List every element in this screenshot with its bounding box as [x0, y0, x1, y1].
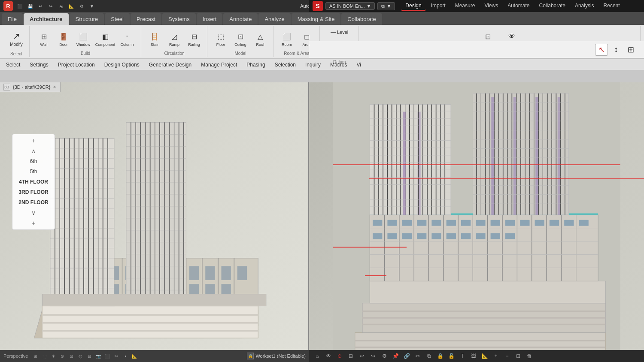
- floor-chevron-down[interactable]: ∨: [29, 208, 38, 217]
- quick-access-undo[interactable]: ↩: [36, 2, 45, 10]
- window-btn[interactable]: ⬜ Window: [75, 28, 92, 50]
- floor-4th[interactable]: 4TH FLOOR: [14, 177, 53, 187]
- modify-btn[interactable]: ↗ Modify: [7, 28, 26, 50]
- status-measure2-icon[interactable]: 📐: [131, 352, 138, 360]
- floor-5th[interactable]: 5th: [14, 167, 53, 176]
- floor-plus-top[interactable]: +: [29, 136, 38, 145]
- wall-btn[interactable]: ⊞ Wall: [35, 28, 52, 50]
- tab-insert[interactable]: Insert: [197, 13, 223, 25]
- rs-text[interactable]: T: [458, 351, 467, 361]
- floor-3rd[interactable]: 3RD FLOOR: [14, 187, 53, 197]
- select-arrow-btn[interactable]: ↖: [595, 44, 608, 56]
- submenu-settings[interactable]: Settings: [25, 60, 52, 69]
- bom-dropdown[interactable]: AS IN BOM En... ▼: [325, 2, 375, 10]
- rs-image[interactable]: 🖼: [469, 351, 478, 361]
- component-btn[interactable]: ◧ Component: [94, 28, 116, 50]
- rs-cut[interactable]: ✂: [413, 351, 422, 361]
- submenu-selection[interactable]: Selection: [270, 60, 300, 69]
- rs-measure3[interactable]: 📐: [480, 351, 489, 361]
- status-nav2-icon[interactable]: ⊡: [67, 352, 75, 360]
- ramp-btn[interactable]: ◿ Ramp: [166, 28, 183, 50]
- floor-6th[interactable]: 6th: [14, 157, 53, 166]
- status-nav1-icon[interactable]: ⊙: [58, 352, 66, 360]
- rs-zoomin[interactable]: +: [491, 351, 501, 361]
- quick-access-print[interactable]: 🖨: [57, 2, 65, 10]
- rs-share[interactable]: ⊟: [346, 351, 355, 361]
- tab-annotate[interactable]: Annotate: [223, 13, 258, 25]
- tab-steel[interactable]: Steel: [105, 13, 130, 25]
- roof-btn[interactable]: △ Roof: [252, 28, 269, 50]
- quick-access-new[interactable]: ⬛: [15, 2, 24, 10]
- tab-systems[interactable]: Systems: [162, 13, 196, 25]
- submenu-manage-project[interactable]: Manage Project: [197, 60, 241, 69]
- floor-chevron-up[interactable]: ∧: [29, 146, 38, 156]
- tab-import[interactable]: Import: [427, 1, 450, 11]
- tab-analysis[interactable]: Analysis: [571, 1, 598, 11]
- quick-access-measure[interactable]: 📐: [67, 2, 76, 10]
- stair-btn[interactable]: 🪜 Stair: [146, 28, 163, 50]
- submenu-design-options[interactable]: Design Options: [100, 60, 144, 69]
- rs-trash[interactable]: 🗑: [525, 351, 534, 361]
- status-zoom-icon[interactable]: ⊟: [85, 352, 93, 360]
- tab-structure[interactable]: Structure: [70, 13, 104, 25]
- submenu-inquiry[interactable]: Inquiry: [301, 60, 325, 69]
- rs-zoomout[interactable]: −: [502, 351, 512, 361]
- submenu-select[interactable]: Select: [2, 60, 24, 69]
- rs-home[interactable]: ⌂: [313, 351, 322, 361]
- rs-unlock[interactable]: 🔓: [447, 351, 456, 361]
- tab-collaborate[interactable]: Collaborate: [341, 13, 382, 25]
- status-grid-icon[interactable]: ⊞: [31, 352, 39, 360]
- status-point-icon[interactable]: •: [122, 352, 129, 360]
- status-clip-icon[interactable]: ✂: [112, 352, 120, 360]
- tab-architecture[interactable]: Architecture: [24, 13, 69, 25]
- rs-pin[interactable]: 📌: [391, 351, 400, 361]
- quick-access-save[interactable]: 💾: [26, 2, 34, 10]
- rs-stop[interactable]: ⊙: [335, 351, 344, 361]
- tab-collaborate[interactable]: Collaborate: [535, 1, 570, 11]
- tab-file[interactable]: File: [2, 13, 23, 25]
- tab-views[interactable]: Views: [480, 1, 502, 11]
- status-render-icon[interactable]: ⬛: [103, 352, 111, 360]
- tab-automate[interactable]: Automate: [503, 1, 534, 11]
- rs-settings[interactable]: ⚙: [380, 351, 389, 361]
- column-btn[interactable]: ⬝ Column: [118, 28, 136, 50]
- level-btn[interactable]: — Level: [329, 28, 350, 36]
- left-viewport[interactable]: 3D {3D - altafX39CR} ×: [0, 82, 309, 362]
- rs-perspective[interactable]: 👁: [324, 351, 333, 361]
- status-nav3-icon[interactable]: ◎: [76, 352, 84, 360]
- floor-plus-bottom[interactable]: +: [29, 218, 38, 228]
- nav-dropdown[interactable]: ⧉ ▼: [377, 2, 395, 10]
- rs-fit[interactable]: ⊡: [513, 351, 523, 361]
- quick-access-settings[interactable]: ⚙: [77, 2, 86, 10]
- door-btn[interactable]: 🚪 Door: [55, 28, 72, 50]
- tab-recent[interactable]: Recent: [599, 1, 624, 11]
- tab-massing[interactable]: Massing & Site: [292, 13, 341, 25]
- tab-precast[interactable]: Precast: [131, 13, 161, 25]
- view-tab-left[interactable]: 3D {3D - altafX39CR} ×: [0, 82, 61, 92]
- submenu-project-location[interactable]: Project Location: [54, 60, 99, 69]
- tab-measure[interactable]: Measure: [451, 1, 480, 11]
- view-tab-close[interactable]: ×: [53, 84, 56, 90]
- select-chain-btn[interactable]: ⊞: [624, 44, 637, 56]
- rs-undo[interactable]: ↩: [357, 351, 367, 361]
- ceiling-btn[interactable]: ⊡ Ceiling: [232, 28, 249, 50]
- status-camera-icon[interactable]: 📷: [94, 352, 102, 360]
- rs-copy[interactable]: ⧉: [424, 351, 434, 361]
- status-3d-icon[interactable]: ⬚: [40, 352, 48, 360]
- floor-btn[interactable]: ⬚ Floor: [212, 28, 229, 50]
- rs-redo[interactable]: ↪: [368, 351, 378, 361]
- submenu-vi[interactable]: Vi: [352, 60, 365, 69]
- submenu-macros[interactable]: Macros: [326, 60, 351, 69]
- room-btn[interactable]: ⬜ Room: [278, 28, 295, 50]
- floor-2nd[interactable]: 2ND FLOOR: [14, 198, 53, 207]
- submenu-phasing[interactable]: Phasing: [242, 60, 269, 69]
- status-sun-icon[interactable]: ☀: [49, 352, 57, 360]
- rs-link[interactable]: 🔗: [402, 351, 411, 361]
- quick-access-more[interactable]: ▼: [88, 2, 96, 10]
- tab-analyze[interactable]: Analyze: [258, 13, 290, 25]
- right-viewport[interactable]: [309, 82, 644, 362]
- rs-lock[interactable]: 🔒: [435, 351, 445, 361]
- quick-access-redo[interactable]: ↪: [46, 2, 55, 10]
- submenu-generative-design[interactable]: Generative Design: [145, 60, 196, 69]
- tab-design[interactable]: Design: [401, 1, 425, 11]
